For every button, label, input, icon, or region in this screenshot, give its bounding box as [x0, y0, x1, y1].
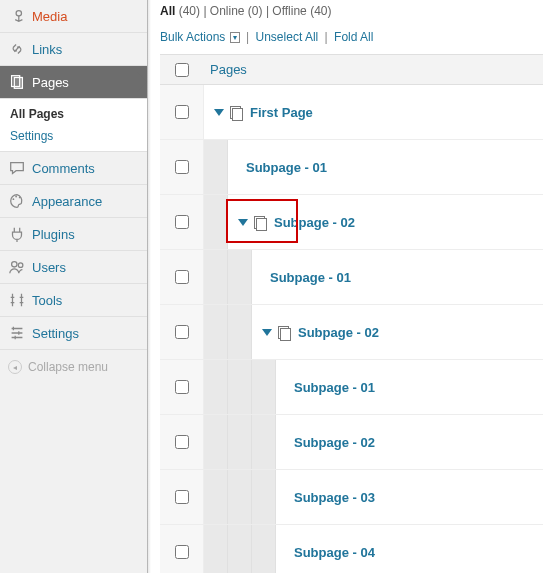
table-row: Subpage - 01: [160, 140, 543, 195]
row-tree-cell: First Page: [204, 85, 543, 139]
expand-toggle-icon[interactable]: [238, 219, 248, 226]
row-checkbox-cell: [160, 195, 204, 249]
plugins-icon: [8, 225, 26, 243]
row-checkbox[interactable]: [175, 270, 189, 284]
header-pages-label[interactable]: Pages: [204, 62, 247, 77]
settings-icon: [8, 324, 26, 342]
page-title-link[interactable]: First Page: [250, 105, 313, 120]
menu-item-pages[interactable]: Pages: [0, 66, 147, 99]
svg-point-7: [18, 263, 23, 268]
svg-point-0: [16, 11, 21, 16]
filter-online[interactable]: Online: [210, 4, 245, 18]
indent-guide: [204, 305, 228, 359]
row-checkbox-cell: [160, 415, 204, 469]
bulk-actions-dropdown[interactable]: Bulk Actions ▾: [160, 30, 243, 44]
indent-guide: [228, 415, 252, 469]
row-checkbox[interactable]: [175, 490, 189, 504]
table-row: Subpage - 02: [160, 195, 543, 250]
menu-item-links[interactable]: Links: [0, 33, 147, 66]
page-title-link[interactable]: Subpage - 01: [246, 160, 327, 175]
row-checkbox[interactable]: [175, 545, 189, 559]
menu-item-media[interactable]: Media: [0, 0, 147, 33]
table-header: Pages: [160, 55, 543, 85]
pages-table: Pages First PageSubpage - 01Subpage - 02…: [160, 54, 543, 573]
row-checkbox[interactable]: [175, 160, 189, 174]
indent-guide: [204, 195, 228, 249]
actions-bar: Bulk Actions ▾ | Unselect All | Fold All: [160, 26, 543, 54]
collapse-menu-button[interactable]: ◂ Collapse menu: [0, 350, 147, 384]
menu-label: Comments: [32, 161, 95, 176]
menu-label: Tools: [32, 293, 62, 308]
unselect-all-link[interactable]: Unselect All: [256, 30, 319, 44]
dropdown-icon: ▾: [230, 32, 240, 43]
row-checkbox[interactable]: [175, 105, 189, 119]
pages-stack-icon: [278, 326, 290, 339]
indent-guide: [228, 525, 252, 573]
submenu: All PagesSettings: [0, 99, 147, 152]
indent-guide: [252, 470, 276, 524]
submenu-item-settings[interactable]: Settings: [0, 125, 147, 147]
indent-guide: [228, 250, 252, 304]
svg-point-5: [19, 197, 21, 199]
pages-icon: [8, 73, 26, 91]
indent-guide: [252, 415, 276, 469]
indent-guide: [228, 360, 252, 414]
page-title-link[interactable]: Subpage - 02: [274, 215, 355, 230]
expand-toggle-icon[interactable]: [214, 109, 224, 116]
indent-guide: [204, 140, 228, 194]
page-title-link[interactable]: Subpage - 01: [294, 380, 375, 395]
page-title-link[interactable]: Subpage - 02: [298, 325, 379, 340]
page-title-link[interactable]: Subpage - 01: [270, 270, 351, 285]
menu-item-tools[interactable]: Tools: [0, 284, 147, 317]
menu-item-comments[interactable]: Comments: [0, 152, 147, 185]
menu-label: Settings: [32, 326, 79, 341]
indent-guide: [204, 470, 228, 524]
table-row: Subpage - 01: [160, 250, 543, 305]
filter-all-count: (40): [179, 4, 200, 18]
expand-toggle-icon[interactable]: [262, 329, 272, 336]
indent-guide: [228, 305, 252, 359]
menu-item-plugins[interactable]: Plugins: [0, 218, 147, 251]
row-tree-cell: Subpage - 02: [204, 415, 543, 469]
row-checkbox[interactable]: [175, 215, 189, 229]
select-all-checkbox[interactable]: [175, 63, 189, 77]
page-title-link[interactable]: Subpage - 02: [294, 435, 375, 450]
row-checkbox-cell: [160, 305, 204, 359]
indent-guide: [252, 525, 276, 573]
row-checkbox[interactable]: [175, 325, 189, 339]
links-icon: [8, 40, 26, 58]
table-row: Subpage - 02: [160, 415, 543, 470]
admin-sidebar: MediaLinksPagesAll PagesSettingsComments…: [0, 0, 148, 573]
users-icon: [8, 258, 26, 276]
menu-item-appearance[interactable]: Appearance: [0, 185, 147, 218]
filter-offline[interactable]: Offline: [272, 4, 306, 18]
row-tree-cell: Subpage - 02: [204, 195, 543, 249]
table-row: Subpage - 03: [160, 470, 543, 525]
row-checkbox[interactable]: [175, 380, 189, 394]
page-title-link[interactable]: Subpage - 03: [294, 490, 375, 505]
menu-label: Plugins: [32, 227, 75, 242]
filter-all[interactable]: All: [160, 4, 175, 18]
tools-icon: [8, 291, 26, 309]
menu-item-settings[interactable]: Settings: [0, 317, 147, 350]
row-tree-cell: Subpage - 01: [204, 140, 543, 194]
fold-all-link[interactable]: Fold All: [334, 30, 373, 44]
menu-item-users[interactable]: Users: [0, 251, 147, 284]
indent-guide: [204, 525, 228, 573]
svg-point-4: [15, 196, 17, 198]
appearance-icon: [8, 192, 26, 210]
media-icon: [8, 7, 26, 25]
indent-guide: [204, 360, 228, 414]
submenu-item-all-pages[interactable]: All Pages: [0, 103, 147, 125]
row-checkbox-cell: [160, 525, 204, 573]
indent-guide: [204, 415, 228, 469]
page-title-link[interactable]: Subpage - 04: [294, 545, 375, 560]
menu-label: Links: [32, 42, 62, 57]
row-checkbox-cell: [160, 360, 204, 414]
table-row: Subpage - 02: [160, 305, 543, 360]
pages-stack-icon: [230, 106, 242, 119]
row-checkbox-cell: [160, 85, 204, 139]
indent-guide: [204, 250, 228, 304]
filter-bar: All (40) | Online (0) | Offline (40): [160, 0, 543, 26]
row-checkbox[interactable]: [175, 435, 189, 449]
